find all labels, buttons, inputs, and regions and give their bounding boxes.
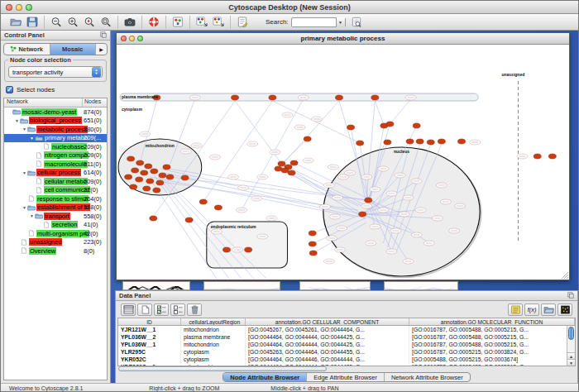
selected-node <box>278 161 285 166</box>
expand-arrow-icon[interactable]: ▼ <box>22 205 27 210</box>
expand-arrow-icon[interactable]: ▼ <box>14 118 20 123</box>
delete-attribute-button[interactable] <box>187 304 202 316</box>
zoom-fit-button[interactable] <box>98 16 114 29</box>
status-message: Welcome to Cytoscape 2.8.1 <box>9 385 83 391</box>
resize-grip-icon[interactable] <box>562 272 568 279</box>
network-tree-row[interactable]: ▼metabolic process280(0) <box>4 125 107 134</box>
open-file-button[interactable] <box>7 16 24 29</box>
tree-item-node-count: 41(0) <box>84 221 98 228</box>
node-color-select[interactable]: transporter activity ▲▼ <box>8 66 103 78</box>
network-tree-row[interactable]: Overview8(0) <box>4 246 107 256</box>
network-tree-row[interactable]: ▼establishment of lo558(0) <box>4 203 107 213</box>
import-attributes-button[interactable] <box>541 304 556 316</box>
selected-node <box>166 174 174 179</box>
table-row[interactable]: YPL036W__2plasma membrane[GO:0044464, GO… <box>118 333 575 341</box>
tree-item-label: establishment of lo <box>36 203 90 211</box>
network-tree-row[interactable]: response to stimul264(0) <box>4 194 107 203</box>
network-tree-row[interactable]: nucleobase-209(0) <box>4 142 107 151</box>
expand-arrow-icon[interactable]: ▼ <box>29 213 35 218</box>
column-header-cellular-component[interactable]: annotation.GO CELLULAR_COMPONENT <box>246 318 409 325</box>
network-canvas[interactable]: plasma membranecytoplasmmitochondrionnuc… <box>117 45 569 280</box>
attribute-editor-button[interactable] <box>508 304 523 316</box>
file-icon <box>27 195 36 202</box>
network-overview-button[interactable] <box>170 16 186 29</box>
expand-arrow-icon[interactable]: ▼ <box>29 136 35 141</box>
network-tree-row[interactable]: nitrogen compo209(0) <box>4 151 107 160</box>
expand-arrow-icon[interactable]: ▼ <box>22 127 27 131</box>
float-panel-icon[interactable] <box>100 31 107 40</box>
background-window-fragment[interactable] <box>384 281 458 290</box>
table-row[interactable]: YLR295Ccytoplasm[GO:0045263, GO:0044464,… <box>118 348 575 356</box>
scroll-down-icon[interactable]: ▼ <box>567 359 575 366</box>
column-header-molecular-function[interactable]: annotation.GO MOLECULAR_FUNCTION <box>409 318 575 325</box>
zoom-out-button[interactable] <box>48 16 65 29</box>
attribute-matrix-button[interactable] <box>557 304 572 316</box>
network-tree-row[interactable]: ▼biological_process651(0) <box>4 117 107 126</box>
snapshot-button[interactable] <box>122 16 138 29</box>
tab-edge-attribute-browser[interactable]: Edge Attribute Browser <box>307 373 385 381</box>
zoom-selected-button[interactable] <box>81 16 98 29</box>
new-attribute-button[interactable] <box>137 304 152 316</box>
select-nodes-checkbox[interactable]: ✓ <box>6 86 13 93</box>
save-session-button[interactable] <box>24 16 41 29</box>
tree-col-network[interactable]: Network <box>4 98 83 107</box>
selected-node <box>232 95 239 100</box>
tree-col-nodes[interactable]: Nodes <box>83 98 107 107</box>
scroll-up-icon[interactable]: ▲ <box>567 352 575 359</box>
search-input[interactable] <box>292 18 336 26</box>
table-row[interactable]: YKR052Ccytoplasm[GO:0044464, GO:0044446,… <box>118 356 575 363</box>
column-header-id[interactable]: ID <box>118 318 181 325</box>
network-tree-row[interactable]: secretion41(0) <box>4 221 107 230</box>
scrollbar-thumb[interactable] <box>568 327 574 340</box>
table-horizontal-scrollbar[interactable] <box>117 366 576 371</box>
network-tree-row[interactable]: mosaic-demo-yeast874(0) <box>4 108 107 117</box>
table-vertical-scrollbar[interactable]: ▲ ▼ <box>567 326 575 366</box>
file-icon <box>35 152 43 159</box>
selected-node <box>534 154 541 159</box>
table-row[interactable]: YPL036W__1mitochondrion[GO:0044464, GO:0… <box>118 341 575 348</box>
select-nodes-checkbox-row[interactable]: ✓ Select nodes <box>6 86 105 93</box>
table-row[interactable]: YDR039C__1mitochondrion[GO:0044464, GO:0… <box>118 363 575 366</box>
network-tree-row[interactable]: cell communicat22(0) <box>4 186 107 195</box>
tab-mosaic[interactable]: Mosaic <box>50 44 97 55</box>
folder-icon <box>35 213 43 219</box>
selected-node <box>309 231 316 236</box>
network-tree-row[interactable]: ▼primary metabo209(... <box>4 134 107 143</box>
background-window-fragment[interactable] <box>203 281 280 290</box>
column-header-region[interactable]: _cellularLayoutRegion <box>181 318 246 325</box>
toolbar-group <box>4 16 45 29</box>
function-builder-button[interactable]: f(x) <box>524 304 539 316</box>
region-label: nucleus <box>394 149 409 154</box>
background-window-fragment[interactable] <box>122 281 190 290</box>
table-cell: [GO:0016787, GO:0005488, GO:0005215, G..… <box>409 333 575 341</box>
zoom-in-button[interactable] <box>65 16 81 29</box>
selected-node <box>416 139 423 144</box>
tab-network-attribute-browser[interactable]: Network Attribute Browser <box>385 373 470 381</box>
selected-node <box>185 218 193 222</box>
background-window-fragment[interactable] <box>299 281 371 290</box>
network-tree-row[interactable]: macromolecule311(0) <box>4 160 107 169</box>
network-tree-row[interactable]: unassigned223(0) <box>4 238 107 247</box>
unselect-attributes-button[interactable] <box>170 304 185 316</box>
tab-network[interactable]: Network <box>4 44 50 55</box>
select-attributes-button[interactable] <box>154 304 169 316</box>
scrollbar-thumb[interactable] <box>118 366 327 371</box>
table-row[interactable]: YJR121W__1mitochondrion[GO:0045267, GO:0… <box>118 326 575 333</box>
vizmap-edges-button[interactable] <box>210 16 227 29</box>
help-button[interactable] <box>146 16 162 29</box>
annotation-button[interactable] <box>234 16 251 29</box>
tab-node-attribute-browser[interactable]: Node Attribute Browser <box>223 373 307 381</box>
search-dropdown-arrow-icon[interactable]: ▼ <box>336 17 345 27</box>
more-tabs-arrow-icon[interactable]: ▶ <box>96 44 107 55</box>
network-tree-row[interactable]: cellular metabo209(0) <box>4 177 107 186</box>
network-tree-row[interactable]: ▼cellular process614(0) <box>4 169 107 178</box>
vizmap-nodes-button[interactable] <box>194 16 210 29</box>
network-window-titlebar[interactable]: primary metabolic process <box>117 33 569 45</box>
network-tree-row[interactable]: ▼transport558(0) <box>4 212 107 221</box>
attribute-table-button[interactable] <box>121 304 136 316</box>
float-panel-icon[interactable] <box>567 292 574 300</box>
search-go-button[interactable] <box>348 16 365 29</box>
unselect-attributes-icon <box>173 305 184 314</box>
network-tree-row[interactable]: multi-organism pro42(0) <box>4 229 107 238</box>
expand-arrow-icon[interactable]: ▼ <box>22 170 27 175</box>
